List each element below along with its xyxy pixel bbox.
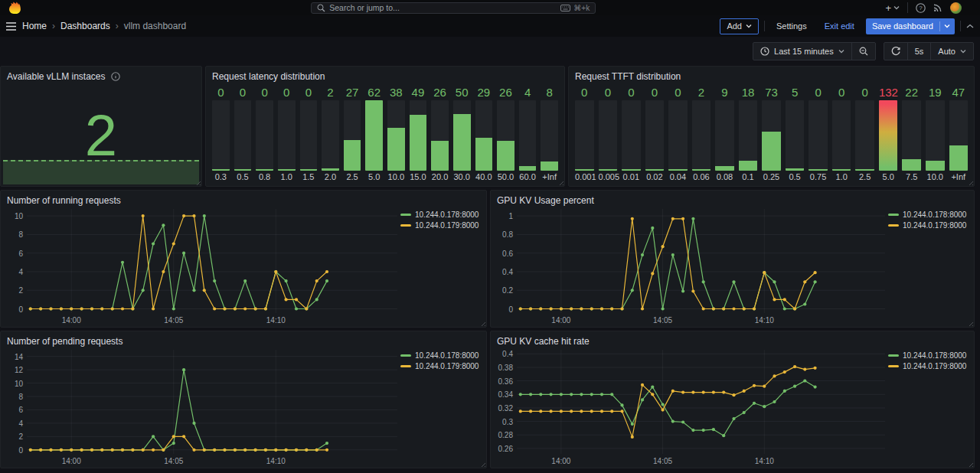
bar-label: 0.5 xyxy=(786,171,805,182)
panel-header: Request TTFT distribution xyxy=(569,67,974,83)
bar-column: 2650.0 xyxy=(497,85,514,182)
panel-title[interactable]: Number of running requests xyxy=(7,195,121,206)
bar-column: 01.0 xyxy=(278,85,296,182)
y-tick-label: 0.4 xyxy=(502,268,513,276)
y-tick-label: 0.2 xyxy=(502,286,513,295)
info-icon[interactable] xyxy=(111,72,120,81)
panel-header: GPU KV cache hit rate xyxy=(491,331,974,348)
panel-title[interactable]: Request latency distribution xyxy=(212,71,325,82)
legend: 10.244.0.178:800010.244.0.179:8000 xyxy=(400,351,480,370)
plot-area xyxy=(27,209,397,313)
refresh-button[interactable] xyxy=(884,43,907,60)
legend-item[interactable]: 10.244.0.178:8000 xyxy=(888,351,968,360)
plot-area xyxy=(517,209,885,313)
y-tick-label: 0.34 xyxy=(498,390,513,399)
settings-button[interactable]: Settings xyxy=(770,18,813,34)
y-axis: 0246810 xyxy=(7,209,25,313)
x-tick-label: 14:05 xyxy=(653,316,672,325)
svg-text:?: ? xyxy=(919,5,923,11)
legend-item[interactable]: 10.244.0.178:8000 xyxy=(400,351,480,360)
legend-item[interactable]: 10.244.0.178:8000 xyxy=(400,210,480,219)
bar-track xyxy=(519,100,537,171)
breadcrumb-dashboards[interactable]: Dashboards xyxy=(60,21,110,31)
auto-refresh-picker[interactable]: Auto xyxy=(930,43,973,60)
x-tick-label: 14:10 xyxy=(755,316,774,325)
news-icon[interactable] xyxy=(933,3,942,12)
breadcrumb-bar: Home › Dashboards › vllm dashboard Add S… xyxy=(0,15,980,37)
bar-column: 22.0 xyxy=(322,85,339,182)
y-tick-label: 0 xyxy=(18,446,23,455)
chevron-down-icon xyxy=(944,24,950,28)
panel-title[interactable]: Available vLLM instaces xyxy=(7,71,106,82)
interval-label: 5s xyxy=(915,47,924,56)
y-tick-label: 0.4 xyxy=(502,350,513,358)
resize-handle[interactable] xyxy=(967,461,973,467)
y-tick-label: 8 xyxy=(18,393,23,401)
timeseries-chart: 0.260.280.30.320.340.360.380.4 14:0014:0… xyxy=(497,348,968,466)
panel-title[interactable]: GPU KV cache hit rate xyxy=(497,336,590,347)
legend-item[interactable]: 10.244.0.179:8000 xyxy=(400,362,480,370)
search-shortcut: ⌘+k xyxy=(560,4,590,12)
panel-title[interactable]: GPU KV Usage percent xyxy=(497,195,594,206)
y-axis: 0.260.280.30.320.340.360.380.4 xyxy=(497,350,515,454)
bar-column: 8+Inf xyxy=(541,85,558,182)
bar-label: 30.0 xyxy=(453,171,471,182)
resize-handle[interactable] xyxy=(967,320,973,326)
bar-value: 4 xyxy=(519,85,537,100)
resize-handle[interactable] xyxy=(479,320,485,326)
bar-track xyxy=(902,100,921,171)
settings-label: Settings xyxy=(776,21,807,31)
panel-title[interactable]: Number of pending requests xyxy=(7,336,122,347)
bar-column: 2620.0 xyxy=(431,85,449,182)
panel-header: Number of running requests xyxy=(1,191,486,207)
chevron-up-icon[interactable] xyxy=(966,24,974,28)
refresh-interval-label[interactable]: 5s xyxy=(907,43,931,60)
bar-label: 0.06 xyxy=(692,171,711,182)
bar-value: 0 xyxy=(278,85,296,100)
bar-label: 0.5 xyxy=(234,171,252,182)
exit-edit-button[interactable]: Exit edit xyxy=(818,18,861,34)
legend-item[interactable]: 10.244.0.179:8000 xyxy=(888,221,968,230)
panel-title[interactable]: Request TTFT distribution xyxy=(575,71,681,82)
legend-series-name: 10.244.0.178:8000 xyxy=(415,210,479,219)
legend-series-name: 10.244.0.179:8000 xyxy=(903,362,966,370)
add-button[interactable]: Add xyxy=(720,18,759,34)
menu-icon[interactable] xyxy=(6,22,16,31)
search-input[interactable]: Search or jump to... ⌘+k xyxy=(311,2,596,14)
x-tick-label: 14:00 xyxy=(62,457,81,465)
grafana-logo-icon[interactable] xyxy=(8,2,21,14)
bar-value: 50 xyxy=(453,85,471,100)
bar-fill xyxy=(387,128,405,171)
legend-series-color xyxy=(888,354,899,357)
legend-series-color xyxy=(888,365,899,367)
bar-track xyxy=(622,100,641,171)
bar-label: 2.5 xyxy=(855,171,874,182)
help-icon[interactable]: ? xyxy=(916,3,926,13)
shortcut-label: ⌘+k xyxy=(573,4,590,12)
new-menu-button[interactable]: + xyxy=(885,2,900,14)
refresh-icon xyxy=(891,47,900,56)
breadcrumb-home[interactable]: Home xyxy=(22,21,47,31)
legend-item[interactable]: 10.244.0.178:8000 xyxy=(888,210,968,219)
legend-item[interactable]: 10.244.0.179:8000 xyxy=(888,362,968,370)
bar-value: 18 xyxy=(739,85,758,100)
legend-item[interactable]: 10.244.0.179:8000 xyxy=(400,221,480,230)
time-range-picker[interactable]: Last 15 minutes xyxy=(753,43,851,60)
chevron-down-icon xyxy=(960,49,966,54)
bar-column: 02.5 xyxy=(855,85,874,182)
zoom-out-button[interactable] xyxy=(851,43,875,60)
avatar[interactable] xyxy=(950,2,962,14)
legend: 10.244.0.178:800010.244.0.179:8000 xyxy=(888,210,968,230)
bar-fill xyxy=(786,168,805,171)
bar-fill xyxy=(879,100,898,171)
y-tick-label: 4 xyxy=(18,268,23,276)
bar-fill xyxy=(365,100,383,171)
bar-gauge: 00.00100.00500.0100.0200.0420.0690.08180… xyxy=(569,83,974,186)
bar-fill xyxy=(344,140,361,171)
x-axis: 14:0014:0514:10 xyxy=(517,455,885,466)
save-dashboard-button[interactable]: Save dashboard xyxy=(866,18,955,34)
resize-handle[interactable] xyxy=(479,461,485,467)
bar-label: 1.5 xyxy=(300,171,318,182)
bar-fill xyxy=(431,141,449,171)
bar-label: 0.3 xyxy=(212,171,230,182)
